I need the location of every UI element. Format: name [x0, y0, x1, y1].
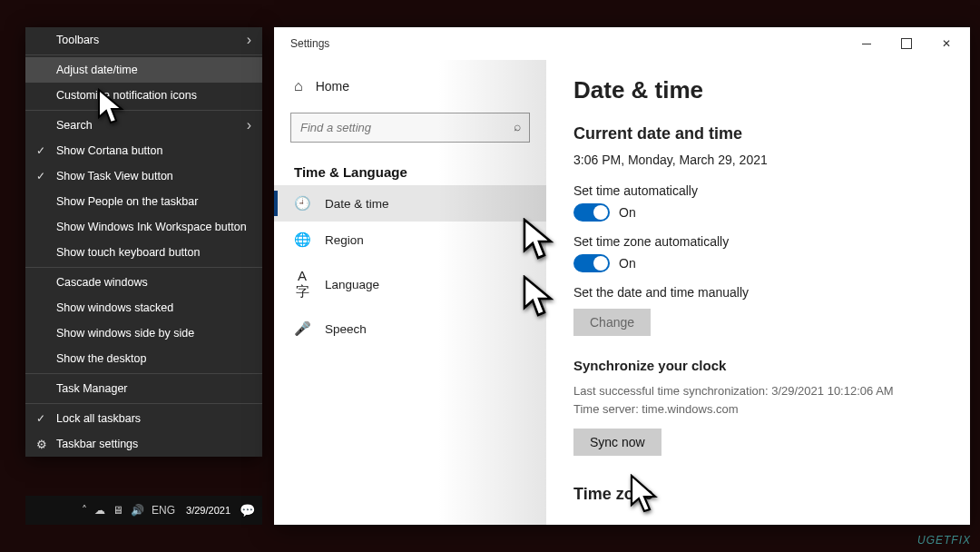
sync-heading: Synchronize your clock [573, 358, 943, 373]
current-datetime: 3:06 PM, Monday, March 29, 2021 [573, 153, 943, 167]
context-menu-item[interactable]: Adjust date/time [25, 57, 262, 83]
window-title: Settings [290, 37, 329, 50]
context-menu-item[interactable]: Show Task View button [25, 163, 262, 189]
home-icon: ⌂ [294, 78, 303, 94]
context-menu-item[interactable]: Search [25, 113, 262, 138]
set-time-auto-state: On [619, 205, 636, 220]
context-menu-item[interactable]: Show the desktop [25, 346, 262, 371]
context-menu-item[interactable]: Show windows side by side [25, 320, 262, 346]
region-icon: 🌐 [294, 232, 310, 248]
sidebar-item-region[interactable]: 🌐Region [274, 222, 546, 258]
context-menu-item[interactable]: Show windows stacked [25, 295, 262, 320]
context-menu-item[interactable]: Toolbars [25, 27, 262, 53]
page-title: Date & time [573, 76, 943, 104]
set-time-auto-label: Set time automatically [573, 183, 943, 198]
context-menu-item[interactable]: Show Windows Ink Workspace button [25, 214, 262, 240]
set-tz-auto-label: Set time zone automatically [573, 234, 943, 249]
close-button[interactable] [926, 29, 966, 58]
set-tz-auto-toggle[interactable] [573, 254, 610, 272]
maximize-button[interactable] [887, 29, 926, 58]
notifications-icon[interactable]: 💬 [240, 503, 255, 518]
taskbar-clock[interactable]: 3/29/2021 [186, 505, 230, 516]
context-menu-item[interactable]: Show Cortana button [25, 138, 262, 163]
home-label: Home [316, 79, 349, 94]
date-time-icon: 🕘 [294, 195, 310, 212]
set-tz-auto-state: On [619, 256, 636, 271]
sidebar-item-label: Region [325, 233, 364, 247]
home-link[interactable]: ⌂ Home [274, 69, 546, 104]
search-input[interactable] [290, 113, 530, 143]
search-box[interactable]: ⌕ [290, 113, 530, 143]
sync-server: Time server: time.windows.com [573, 400, 943, 419]
context-menu-item[interactable]: Cascade windows [25, 270, 262, 295]
taskbar-context-menu: ToolbarsAdjust date/timeCustomize notifi… [25, 27, 262, 457]
titlebar: Settings [274, 27, 970, 60]
speech-icon: 🎤 [294, 320, 310, 337]
minimize-button[interactable] [847, 29, 887, 58]
sidebar-item-date-time[interactable]: 🕘Date & time [274, 185, 546, 222]
context-menu-item[interactable]: Task Manager [25, 376, 262, 401]
taskbar: ˄ ☁ 🖥 🔊 ENG 3/29/2021 💬 [25, 496, 262, 525]
tz-heading: Time zone [573, 485, 943, 504]
set-time-auto-toggle[interactable] [573, 203, 610, 222]
sync-last: Last successful time synchronization: 3/… [573, 382, 943, 400]
sidebar-item-label: Speech [325, 322, 367, 336]
sidebar-item-language[interactable]: A字Language [274, 258, 546, 310]
search-icon: ⌕ [514, 119, 521, 133]
context-menu-item[interactable]: Show touch keyboard button [25, 240, 262, 265]
sync-now-button[interactable]: Sync now [573, 429, 662, 456]
onedrive-icon[interactable]: ☁ [94, 504, 105, 517]
context-menu-item[interactable]: Customize notification icons [25, 83, 262, 108]
settings-sidebar: ⌂ Home ⌕ Time & Language 🕘Date & time🌐Re… [274, 60, 546, 525]
language-icon: A字 [294, 268, 310, 301]
context-menu-item[interactable]: Lock all taskbars [25, 406, 262, 431]
context-menu-item[interactable]: Show People on the taskbar [25, 189, 262, 214]
section-title: Time & Language [274, 152, 546, 185]
context-menu-item[interactable]: Taskbar settings [25, 431, 262, 457]
network-icon[interactable]: 🖥 [113, 504, 123, 517]
settings-main: Date & time Current date and time 3:06 P… [546, 60, 970, 525]
watermark: UGETFIX [917, 534, 971, 547]
sidebar-item-label: Date & time [325, 197, 389, 211]
current-heading: Current date and time [573, 124, 943, 143]
sidebar-item-speech[interactable]: 🎤Speech [274, 310, 546, 347]
language-indicator[interactable]: ENG [152, 504, 175, 517]
change-button: Change [573, 309, 651, 336]
settings-window: Settings ⌂ Home ⌕ Time & Language 🕘Date … [274, 27, 970, 525]
manual-label: Set the date and time manually [573, 285, 943, 300]
chevron-up-icon[interactable]: ˄ [82, 504, 87, 517]
volume-icon[interactable]: 🔊 [131, 504, 144, 517]
sidebar-item-label: Language [325, 278, 379, 291]
